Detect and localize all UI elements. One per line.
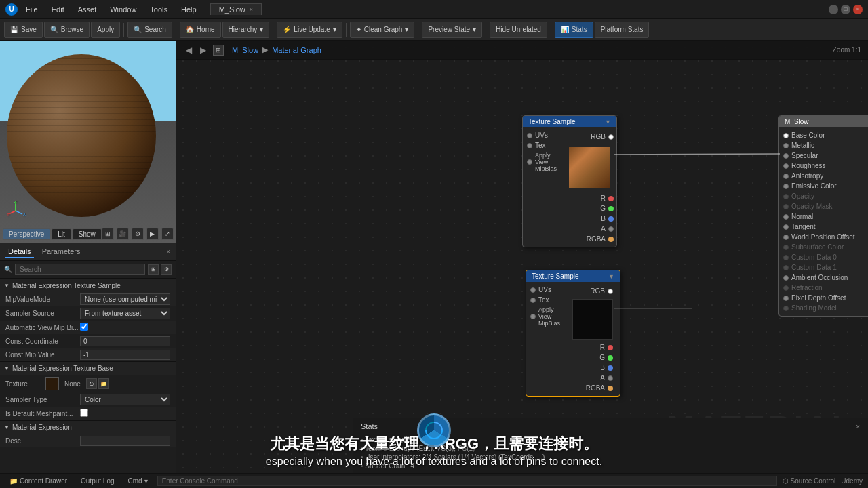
pin-dot-base-color xyxy=(783,133,789,138)
cmd-button[interactable]: Cmd ▾ xyxy=(124,476,152,485)
menu-asset[interactable]: Asset xyxy=(75,4,100,15)
pin-applymip-2: Apply View MipBias xyxy=(526,305,568,328)
platform-stats-button[interactable]: Platform Stats xyxy=(595,22,650,38)
node-close-2[interactable]: ▼ xyxy=(608,273,614,280)
auto-view-mip-checkbox[interactable] xyxy=(80,323,88,331)
panel-close-button[interactable]: × xyxy=(166,248,170,256)
zoom-label: Zoom 1:1 xyxy=(833,46,861,54)
grid-view-button[interactable]: ⊞ xyxy=(148,264,159,275)
output-node[interactable]: M_Slow Base Color Metallic Specular xyxy=(778,115,868,317)
vp-tab-show[interactable]: Show xyxy=(73,228,102,240)
grid-icon[interactable]: ⊞ xyxy=(213,45,224,56)
live-update-button[interactable]: ⚡ Live Update ▾ xyxy=(277,22,342,38)
menu-tools[interactable]: Tools xyxy=(147,4,170,15)
pin-dot-g-1 xyxy=(608,206,614,211)
pin-dot-pixel-depth xyxy=(783,296,789,301)
settings-icon[interactable]: ⚙ xyxy=(161,264,172,275)
default-meshpaint-checkbox[interactable] xyxy=(80,409,88,417)
texture-use-button[interactable]: 📁 xyxy=(98,378,109,389)
prop-default-meshpaint: Is Default Meshpaint... xyxy=(0,407,176,420)
output-log-button[interactable]: Output Log xyxy=(77,476,118,485)
minimize-button[interactable]: ─ xyxy=(829,5,838,14)
pin-dot-mip-2 xyxy=(530,314,536,319)
tab-details[interactable]: Details xyxy=(5,246,34,258)
viewport-axes: X Y Z xyxy=(5,201,26,222)
breadcrumb-mslow[interactable]: M_Slow xyxy=(232,46,258,54)
back-button[interactable]: ◀ xyxy=(183,45,195,56)
save-button[interactable]: 💾 Save xyxy=(4,22,43,38)
maximize-button[interactable]: □ xyxy=(841,5,850,14)
vp-tab-lit[interactable]: Lit xyxy=(52,228,71,240)
separator xyxy=(123,23,124,37)
pin-dot-custom-0 xyxy=(783,255,789,260)
menu-file[interactable]: File xyxy=(23,4,41,15)
graph-area[interactable]: ◀ ▶ ⊞ M_Slow ▶ Material Graph Zoom 1:1 xyxy=(176,41,868,473)
search-button[interactable]: 🔍 Search xyxy=(127,22,172,38)
menu-help[interactable]: Help xyxy=(178,4,199,15)
const-coordinate-input[interactable] xyxy=(80,336,170,346)
tab-close[interactable]: × xyxy=(250,6,253,13)
node-header-2: Texture Sample ▼ xyxy=(526,270,620,282)
apply-button[interactable]: Apply xyxy=(91,22,120,38)
sampler-type-select[interactable]: Color xyxy=(80,394,170,405)
hierarchy-button[interactable]: Hierarchy ▾ xyxy=(222,22,270,38)
details-search-input[interactable] xyxy=(15,264,145,275)
stats-close-button[interactable]: × xyxy=(856,423,860,430)
tab-parameters[interactable]: Parameters xyxy=(39,246,83,258)
hide-unrelated-button[interactable]: Hide Unrelated xyxy=(490,22,547,38)
clean-graph-button[interactable]: ✦ Clean Graph ▾ xyxy=(350,22,415,38)
main-tab[interactable]: M_Slow × xyxy=(210,3,262,15)
viewport-toolbar: Perspective Lit Show ⊞ 🎥 ⚙ ▶ ⤢ xyxy=(3,228,173,240)
window-controls: ─ □ × xyxy=(829,5,863,14)
mip-value-mode-select[interactable]: None (use computed mip lev xyxy=(80,293,170,305)
stats-button[interactable]: 📊 Stats xyxy=(555,22,593,38)
pin-dot-tex-2 xyxy=(530,298,536,303)
vp-icon-camera[interactable]: 🎥 xyxy=(117,228,129,240)
viewport[interactable]: X Y Z Perspective Lit Show ⊞ 🎥 ⚙ ▶ ⤢ xyxy=(0,41,176,243)
breadcrumb-material-graph[interactable]: Material Graph xyxy=(272,46,321,54)
node-close-1[interactable]: ▼ xyxy=(605,119,611,125)
pin-uvs-2: UVs xyxy=(526,285,568,295)
const-mip-input[interactable] xyxy=(80,350,170,360)
pin-tex-2: Tex xyxy=(526,295,568,305)
browse-button[interactable]: 🔍 Browse xyxy=(44,22,90,38)
texture-sample-node-2[interactable]: Texture Sample ▼ UVs Tex xyxy=(526,270,620,396)
pin-dot-emissive xyxy=(783,184,789,189)
content-drawer-button[interactable]: 📁 Content Drawer xyxy=(5,476,71,485)
pin-specular: Specular xyxy=(779,150,868,161)
pin-dot-ao xyxy=(783,275,789,281)
stats-panel: Stats × Texture samplers: 3/16 Texture L… xyxy=(353,418,868,473)
breadcrumb: ◀ ▶ ⊞ M_Slow ▶ Material Graph Zoom 1:1 xyxy=(176,41,868,60)
forward-button[interactable]: ▶ xyxy=(197,45,209,56)
vp-icon-maximize[interactable]: ⤢ xyxy=(161,228,174,240)
pin-rgba-2: RGBA xyxy=(582,383,617,393)
section-texture-base[interactable]: ▼ Material Expression Texture Base xyxy=(0,361,176,375)
separator-5 xyxy=(418,23,418,37)
vp-tab-perspective[interactable]: Perspective xyxy=(3,228,50,240)
pin-anisotropy: Anisotropy xyxy=(779,171,868,181)
vp-icon-settings[interactable]: ⚙ xyxy=(132,228,144,240)
section-texture-sample[interactable]: ▼ Material Expression Texture Sample xyxy=(0,279,176,292)
pin-dot-normal xyxy=(783,214,789,220)
home-button[interactable]: 🏠 Home xyxy=(180,22,221,38)
vp-icon-grid[interactable]: ⊞ xyxy=(102,228,114,240)
preview-state-button[interactable]: Preview State ▾ xyxy=(422,22,482,38)
separator-7 xyxy=(551,23,551,37)
console-input[interactable] xyxy=(157,476,777,486)
live-dropdown-icon: ▾ xyxy=(333,26,336,33)
close-button[interactable]: × xyxy=(853,5,863,14)
menu-window[interactable]: Window xyxy=(107,4,139,15)
texture-sample-node-1[interactable]: Texture Sample ▼ UVs Tex xyxy=(522,115,617,247)
vp-icon-realtime[interactable]: ▶ xyxy=(146,228,159,240)
pin-rgb-1: RGB xyxy=(587,131,618,142)
menu-edit[interactable]: Edit xyxy=(49,4,67,15)
pin-dot-uvs-1 xyxy=(527,133,532,138)
section-material-expression[interactable]: ▼ Material Expression xyxy=(0,420,176,434)
texture-browse-button[interactable]: ⭮ xyxy=(86,378,97,389)
sampler-source-select[interactable]: From texture asset xyxy=(80,308,170,319)
desc-input[interactable] xyxy=(80,436,170,446)
search-row: 🔍 ⊞ ⚙ xyxy=(0,261,176,279)
pin-dot-b-1 xyxy=(608,216,614,222)
node-body-1: UVs Tex Apply View MipBias xyxy=(523,127,616,247)
clean-dropdown-icon: ▾ xyxy=(405,26,408,33)
